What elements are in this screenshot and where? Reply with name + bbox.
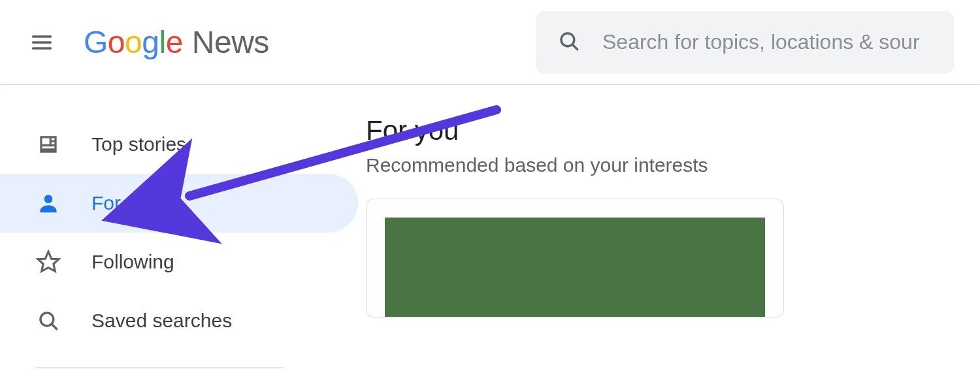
search-box[interactable] [536, 11, 954, 74]
person-icon [35, 190, 61, 216]
sidebar-nav: Top stories For you Following [0, 85, 366, 373]
search-icon [558, 30, 580, 55]
story-thumbnail [385, 218, 765, 317]
newspaper-icon [35, 131, 61, 157]
sidebar-divider [35, 367, 284, 368]
app-logo[interactable]: Google News [84, 24, 269, 60]
svg-line-4 [572, 44, 577, 49]
sidebar-item-for-you[interactable]: For you [0, 174, 358, 233]
page-title: For you [366, 115, 980, 146]
sidebar-item-label: For you [91, 192, 158, 214]
search-input[interactable] [602, 30, 932, 54]
star-icon [35, 249, 61, 275]
hamburger-menu-button[interactable] [26, 27, 57, 58]
story-card[interactable] [366, 199, 784, 317]
app-product-name: News [192, 24, 269, 60]
main-content: For you Recommended based on your intere… [366, 85, 980, 373]
header-bar: Google News [0, 0, 980, 85]
sidebar-item-label: Top stories [91, 133, 186, 155]
sidebar-item-label: Following [91, 251, 174, 273]
sidebar-item-label: Saved searches [91, 310, 232, 332]
hamburger-icon [30, 31, 54, 54]
svg-line-8 [52, 324, 56, 329]
sidebar-item-following[interactable]: Following [0, 233, 358, 291]
svg-marker-6 [38, 251, 59, 271]
sidebar-item-saved-searches[interactable]: Saved searches [0, 291, 358, 350]
sidebar-item-top-stories[interactable]: Top stories [0, 115, 358, 174]
search-icon [35, 308, 61, 334]
page-subtitle: Recommended based on your interests [366, 154, 980, 176]
svg-point-5 [44, 195, 53, 203]
